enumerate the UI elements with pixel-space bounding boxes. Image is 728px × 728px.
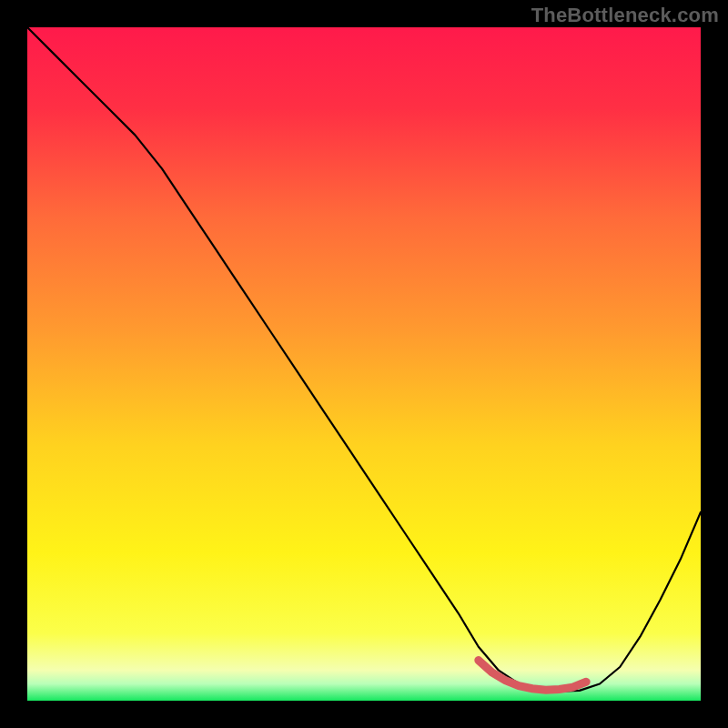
watermark-text: TheBottleneck.com [531, 4, 719, 27]
bottleneck-chart [27, 27, 701, 701]
